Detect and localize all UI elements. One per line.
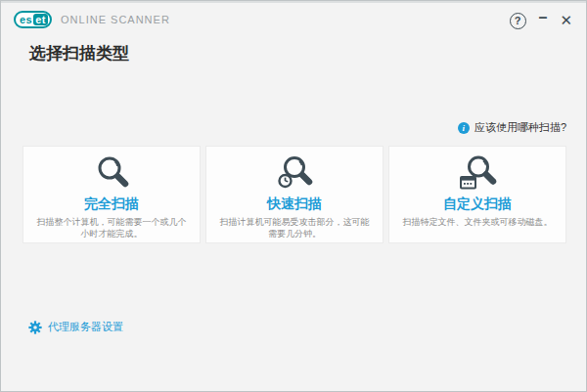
window-controls: ? – ✕ — [510, 9, 572, 32]
custom-scan-description: 扫描特定文件、文件夹或可移动磁盘。 — [389, 213, 565, 228]
which-scan-link[interactable]: i 应该使用哪种扫描? — [458, 120, 566, 135]
quick-scan-title: 快速扫描 — [206, 196, 383, 213]
custom-scan-card[interactable]: 自定义扫描 扫描特定文件、文件夹或可移动磁盘。 — [388, 146, 566, 243]
full-scan-title: 完全扫描 — [23, 196, 200, 213]
full-scan-card[interactable]: 完全扫描 扫描整个计算机，可能需要一个或几个小时才能完成。 — [23, 146, 201, 243]
close-button[interactable]: ✕ — [560, 12, 572, 29]
magnifier-panel-icon — [389, 153, 565, 195]
page-title: 选择扫描类型 — [29, 42, 129, 65]
info-icon: i — [458, 122, 470, 134]
eset-logo-icon: es et — [14, 11, 52, 28]
gear-icon — [28, 321, 42, 334]
which-scan-label: 应该使用哪种扫描? — [474, 120, 566, 135]
eset-logo-es: es — [20, 14, 32, 25]
magnifier-clock-icon — [206, 153, 383, 195]
scan-cards: 完全扫描 扫描整个计算机，可能需要一个或几个小时才能完成。 快速扫描 扫描计算机… — [23, 146, 566, 243]
full-scan-description: 扫描整个计算机，可能需要一个或几个小时才能完成。 — [23, 213, 200, 240]
minimize-button[interactable]: – — [539, 9, 548, 32]
quick-scan-card[interactable]: 快速扫描 扫描计算机可能易受攻击部分，这可能需要几分钟。 — [205, 146, 384, 243]
help-button[interactable]: ? — [510, 13, 526, 29]
quick-scan-description: 扫描计算机可能易受攻击部分，这可能需要几分钟。 — [206, 213, 383, 240]
proxy-settings-link[interactable]: 代理服务器设置 — [28, 320, 123, 334]
titlebar: es et ONLINE SCANNER — [14, 11, 170, 28]
magnifier-icon — [23, 153, 200, 195]
product-name: ONLINE SCANNER — [61, 14, 170, 25]
eset-online-scanner-window: es et ONLINE SCANNER ? – ✕ 选择扫描类型 i 应该使用… — [0, 0, 587, 392]
eset-logo-et: et — [33, 14, 48, 25]
proxy-settings-label: 代理服务器设置 — [48, 320, 123, 334]
custom-scan-title: 自定义扫描 — [389, 196, 565, 213]
